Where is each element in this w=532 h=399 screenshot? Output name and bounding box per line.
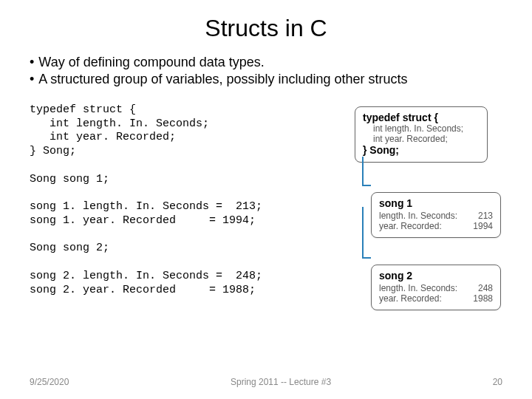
field-value: 1988	[473, 293, 493, 304]
field-key: length. In. Seconds:	[379, 283, 457, 293]
field-value: 213	[478, 211, 493, 221]
bullet-text: A structured group of variables, possibl…	[38, 71, 407, 88]
instance-name: song 1	[379, 197, 493, 209]
connector	[341, 163, 502, 192]
field-key: year. Recorded:	[379, 293, 442, 304]
struct-field: int year. Recorded;	[373, 134, 480, 144]
bullet-dot-icon: •	[30, 54, 34, 71]
footer-lecture: Spring 2011 -- Lecture #3	[231, 377, 331, 387]
instance-field: year. Recorded: 1994	[379, 221, 493, 231]
connector-line-icon	[362, 157, 364, 186]
footer-page-number: 20	[493, 377, 502, 387]
code-block: typedef struct { int length. In. Seconds…	[30, 103, 332, 310]
instance-field: length. In. Seconds: 248	[379, 283, 493, 293]
bullet-text: Way of defining compound data types.	[38, 54, 265, 71]
connector-line-icon	[362, 185, 371, 186]
bullet-list: • Way of defining compound data types. •…	[30, 54, 502, 89]
bullet-item: • A structured group of variables, possi…	[30, 71, 502, 88]
field-value: 248	[478, 283, 493, 293]
instance-field: year. Recorded: 1988	[379, 293, 493, 304]
struct-field: int length. In. Seconds;	[373, 123, 480, 134]
slide-title: Structs in C	[30, 15, 502, 42]
footer-date: 9/25/2020	[30, 377, 69, 387]
struct-definition-box: typedef struct { int length. In. Seconds…	[355, 106, 488, 163]
content-row: typedef struct { int length. In. Seconds…	[30, 103, 502, 310]
bullet-dot-icon: •	[30, 71, 34, 88]
struct-diagram: typedef struct { int length. In. Seconds…	[341, 106, 502, 310]
struct-header: typedef struct {	[363, 112, 480, 123]
connector	[341, 238, 502, 265]
instance-name: song 2	[379, 270, 493, 282]
slide-footer: 9/25/2020 Spring 2011 -- Lecture #3 20	[30, 377, 502, 387]
connector-line-icon	[362, 207, 364, 259]
field-key: year. Recorded:	[379, 221, 442, 231]
connector-line-icon	[362, 257, 371, 259]
struct-footer: } Song;	[363, 144, 480, 156]
song2-instance-box: song 2 length. In. Seconds: 248 year. Re…	[371, 265, 501, 310]
field-key: length. In. Seconds:	[379, 211, 457, 221]
field-value: 1994	[473, 221, 493, 231]
instance-field: length. In. Seconds: 213	[379, 211, 493, 221]
bullet-item: • Way of defining compound data types.	[30, 54, 502, 71]
song1-instance-box: song 1 length. In. Seconds: 213 year. Re…	[371, 192, 501, 238]
